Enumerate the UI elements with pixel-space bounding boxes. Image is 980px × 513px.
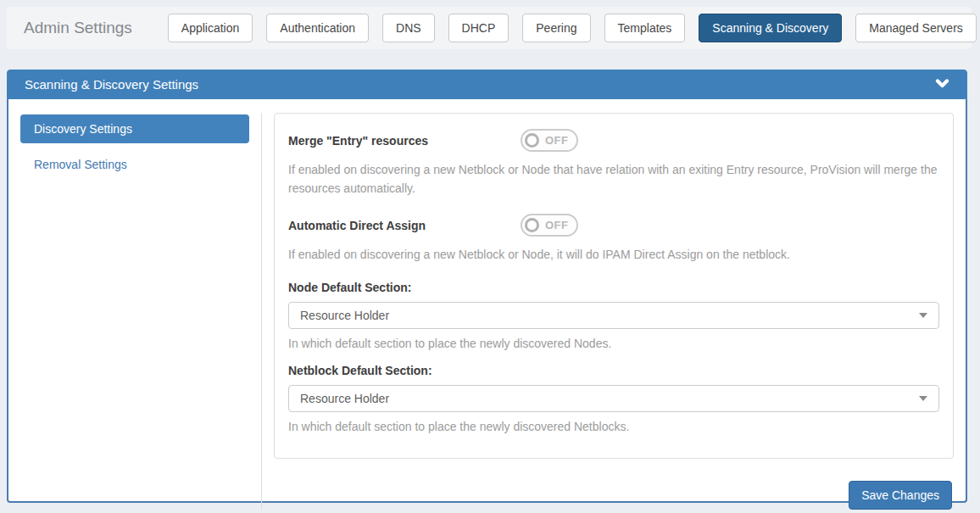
tab-managed-servers[interactable]: Managed Servers — [855, 14, 977, 42]
chevron-down-icon — [935, 77, 949, 92]
node-default-section-label: Node Default Section: — [288, 281, 939, 294]
top-bar: Admin Settings Application Authenticatio… — [7, 7, 972, 49]
scanning-discovery-panel: Scanning & Discovery Settings Discovery … — [7, 70, 967, 503]
netblock-default-section-value: Resource Holder — [300, 392, 389, 405]
tab-dns[interactable]: DNS — [382, 14, 435, 42]
merge-entry-label: Merge "Entry" resources — [288, 134, 521, 148]
sidebar-item-discovery-settings[interactable]: Discovery Settings — [20, 114, 249, 143]
netblock-default-section-select[interactable]: Resource Holder — [288, 385, 939, 412]
toggle-knob — [525, 218, 539, 232]
toggle-state-label: OFF — [545, 134, 569, 147]
discovery-settings-card: Merge "Entry" resources OFF If enabled o… — [274, 113, 954, 459]
toggle-state-label: OFF — [545, 219, 569, 231]
node-default-section-select[interactable]: Resource Holder — [288, 302, 939, 329]
tab-dhcp[interactable]: DHCP — [448, 14, 509, 42]
node-default-section-value: Resource Holder — [300, 309, 389, 322]
save-row: Save Changes — [274, 481, 954, 510]
tab-authentication[interactable]: Authentication — [266, 14, 369, 42]
sidebar-item-removal-settings[interactable]: Removal Settings — [20, 150, 249, 179]
tab-scanning-discovery[interactable]: Scanning & Discovery — [699, 14, 842, 42]
auto-direct-assign-description: If enabled on discovering a new Netblock… — [288, 246, 939, 265]
tab-peering[interactable]: Peering — [522, 14, 590, 42]
merge-entry-description: If enabled on discovering a new Netblock… — [288, 161, 939, 198]
save-changes-button[interactable]: Save Changes — [849, 481, 952, 510]
tab-application[interactable]: Application — [168, 14, 253, 42]
caret-down-icon — [919, 313, 927, 318]
panel-body: Discovery Settings Removal Settings Merg… — [7, 99, 967, 503]
panel-title: Scanning & Discovery Settings — [25, 77, 198, 92]
settings-tabs: Application Authentication DNS DHCP Peer… — [168, 14, 977, 42]
tab-templates[interactable]: Templates — [604, 14, 686, 42]
auto-direct-assign-row: Automatic Direct Assign OFF — [288, 214, 939, 237]
panel-collapse-button[interactable] — [935, 77, 949, 92]
node-default-section-help: In which default section to place the ne… — [288, 337, 939, 350]
caret-down-icon — [919, 396, 927, 401]
merge-entry-toggle[interactable]: OFF — [521, 129, 578, 152]
merge-entry-row: Merge "Entry" resources OFF — [288, 129, 939, 152]
toggle-knob — [525, 133, 539, 148]
auto-direct-assign-label: Automatic Direct Assign — [288, 219, 521, 232]
page-title: Admin Settings — [24, 19, 132, 37]
settings-sidebar: Discovery Settings Removal Settings — [20, 113, 262, 510]
settings-main: Merge "Entry" resources OFF If enabled o… — [262, 113, 954, 510]
netblock-default-section-help: In which default section to place the ne… — [288, 420, 939, 433]
auto-direct-assign-toggle[interactable]: OFF — [521, 214, 578, 237]
panel-header: Scanning & Discovery Settings — [7, 70, 967, 99]
netblock-default-section-label: Netblock Default Section: — [288, 364, 939, 377]
